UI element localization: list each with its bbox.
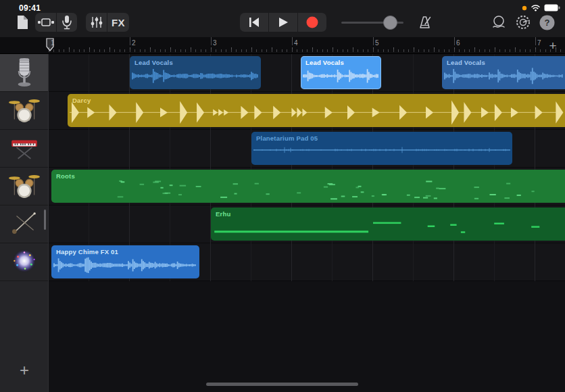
vertical-scrollbar[interactable] [44,210,46,230]
clip-erhu[interactable]: Erhu [211,207,565,241]
bar-number: 3 [213,39,217,47]
waveform [68,94,565,127]
track-header-vocals[interactable] [0,54,48,92]
volume-slider-knob[interactable] [383,16,397,30]
keyboard-icon [8,132,41,166]
top-bar: 09:41 [0,0,565,37]
svg-text:?: ? [544,18,549,28]
ruler-minor-ticks [49,49,565,52]
rewind-icon [248,17,260,28]
fx-label: FX [112,17,125,28]
bar-line [292,37,293,45]
clip-label: Darcy [72,97,91,104]
garageband-tracks-view: 09:41 [0,0,565,392]
fx-button[interactable]: FX [107,13,129,32]
mixer-button[interactable] [86,13,107,32]
clip-label: Lead Vocals [134,59,173,66]
fx-burst-icon [8,245,41,279]
metronome-icon [418,15,433,30]
plus-icon: + [20,361,29,380]
waveform [211,207,565,241]
play-button[interactable] [269,13,297,32]
track-header-column: + [0,54,49,392]
microphone-icon [10,56,39,90]
transport-controls [240,13,326,32]
view-input-group [35,13,77,32]
clip-label: Happy Chime FX 01 [56,248,118,255]
mixer-fx-group: FX [86,13,129,32]
clip-label: Lead Vocals [447,59,485,66]
metronome-button[interactable] [417,14,433,30]
wifi-icon [531,4,541,11]
loop-icon [491,15,507,30]
plus-icon: + [549,39,556,53]
clip-darcy[interactable]: Darcy [68,94,565,127]
drum-kit-icon [8,94,41,128]
bar-line [130,37,130,45]
microphone-icon [60,15,74,30]
clip-lead-vocals[interactable]: Lead Vocals [301,56,381,89]
bar-number: 6 [456,39,460,47]
status-icons [522,4,560,11]
view-toggle-button[interactable] [35,13,56,32]
clip-label: Planetarium Pad 05 [256,134,318,142]
recording-indicator-dot [522,5,527,11]
bar-number: 7 [537,39,541,47]
track-header-drums[interactable] [0,92,48,130]
file-icon [16,15,29,30]
clip-label: Roots [56,172,75,180]
clip-label: Lead Vocals [305,59,344,66]
track-header-keys[interactable] [0,130,48,168]
record-button[interactable] [298,13,326,32]
rewind-button[interactable] [240,13,268,32]
drum-kit-icon [8,170,41,203]
playhead[interactable] [46,38,55,53]
track-header-erhu[interactable] [0,205,48,243]
erhu-icon [9,207,40,241]
mixer-sliders-icon [90,16,103,29]
track-header-sound-fx[interactable] [0,243,48,281]
input-settings-button[interactable] [57,13,77,32]
track-header-drums-2[interactable] [0,168,48,205]
waveform [51,170,565,203]
play-icon [278,17,289,28]
tracks-view-icon [37,16,55,28]
settings-button[interactable] [515,14,531,30]
clip-lead-vocals[interactable]: Lead Vocals [130,56,261,89]
bar-line [211,37,212,45]
timeline: Lead VocalsLead VocalsLead VocalsDarcyPl… [49,54,565,281]
loop-browser-button[interactable] [491,14,507,30]
clip-roots[interactable]: Roots [51,170,565,203]
horizontal-scrollbar[interactable] [206,383,358,386]
bar-number: 5 [375,39,379,47]
bar-line [454,37,455,45]
status-time: 09:41 [19,3,41,13]
help-button[interactable]: ? [539,14,555,30]
add-track-button[interactable]: + [15,361,34,380]
ruler[interactable]: 1234567 + [0,37,565,54]
bar-number: 4 [294,39,298,47]
volume-slider[interactable] [341,22,403,24]
bar-number: 2 [132,39,136,47]
clip-planetarium-pad-05[interactable]: Planetarium Pad 05 [251,132,512,165]
clip-happy-chime-fx-01[interactable]: Happy Chime FX 01 [51,245,199,278]
gear-icon [515,14,531,30]
clip-lead-vocals[interactable]: Lead Vocals [442,56,565,89]
tracks-area: Lead VocalsLead VocalsLead VocalsDarcyPl… [0,54,565,392]
add-bars-button[interactable]: + [545,38,561,54]
my-songs-button[interactable] [12,13,32,32]
battery-icon [544,4,560,11]
question-icon: ? [539,15,555,30]
record-icon [306,16,318,28]
bar-line [535,37,536,45]
bar-line [373,37,374,45]
clip-label: Erhu [216,210,230,218]
